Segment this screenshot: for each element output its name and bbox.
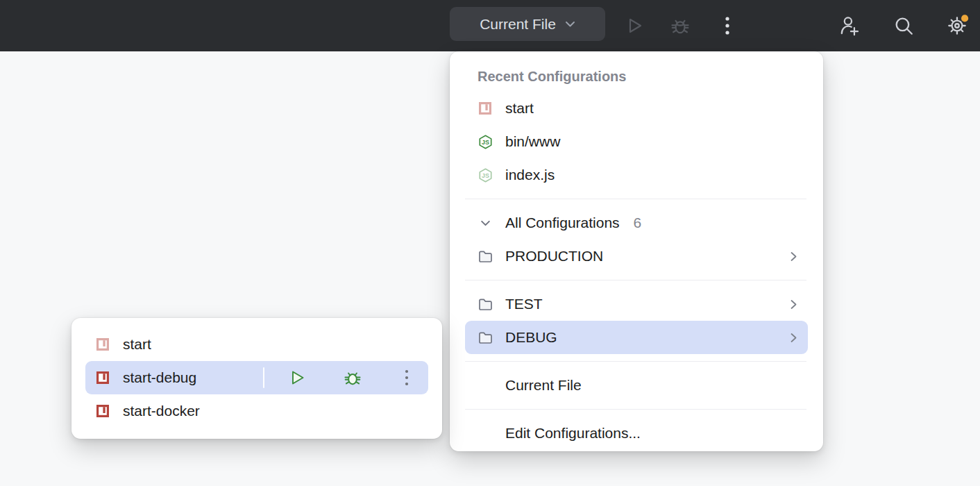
submenu-item-start-docker[interactable]: start-docker bbox=[85, 394, 428, 428]
npm-icon bbox=[95, 337, 110, 352]
menu-item-bin-www[interactable]: JS bin/www bbox=[465, 125, 808, 158]
folder-label: DEBUG bbox=[505, 329, 557, 346]
notification-dot bbox=[961, 15, 968, 22]
submenu-item-start[interactable]: start bbox=[85, 328, 428, 361]
folder-icon bbox=[478, 330, 493, 345]
settings-gear-icon[interactable] bbox=[945, 13, 970, 38]
debug-folder-submenu: start start-debug start-docker bbox=[71, 318, 442, 439]
menu-divider bbox=[465, 199, 806, 199]
folder-item-test[interactable]: TEST bbox=[465, 287, 808, 321]
debug-icon[interactable] bbox=[668, 13, 693, 38]
svg-text:JS: JS bbox=[482, 171, 489, 178]
menu-item-label: bin/www bbox=[505, 133, 560, 150]
menu-divider bbox=[465, 280, 806, 280]
run-icon[interactable] bbox=[622, 13, 647, 38]
npm-icon bbox=[95, 370, 110, 385]
submenu-item-label: start bbox=[123, 336, 151, 353]
more-options-kebab-icon[interactable] bbox=[396, 367, 417, 388]
svg-text:JS: JS bbox=[482, 138, 489, 145]
nodejs-icon: JS bbox=[478, 134, 493, 149]
main-toolbar: Current File bbox=[0, 0, 980, 51]
chevron-down-icon bbox=[565, 21, 575, 28]
submenu-item-start-debug[interactable]: start-debug bbox=[85, 361, 428, 394]
menu-item-index-js[interactable]: JS index.js bbox=[465, 158, 808, 192]
debug-icon[interactable] bbox=[342, 367, 363, 388]
folder-icon bbox=[478, 296, 493, 312]
chevron-right-icon bbox=[788, 251, 798, 262]
menu-item-current-file[interactable]: Current File bbox=[465, 369, 808, 402]
all-configurations-label: All Configurations bbox=[505, 215, 620, 231]
menu-divider bbox=[465, 361, 806, 362]
run-configurations-menu: Recent Configurations start JS bin/www J… bbox=[450, 51, 823, 451]
submenu-item-label: start-docker bbox=[123, 403, 200, 419]
configurations-count: 6 bbox=[634, 215, 642, 231]
submenu-item-label: start-debug bbox=[123, 369, 196, 386]
chevron-right-icon bbox=[788, 333, 798, 343]
folder-icon bbox=[478, 249, 493, 264]
run-icon[interactable] bbox=[287, 367, 307, 388]
all-configurations-toggle[interactable]: All Configurations 6 bbox=[465, 206, 808, 240]
chevron-right-icon bbox=[788, 299, 798, 310]
search-icon[interactable] bbox=[891, 13, 916, 38]
folder-item-debug[interactable]: DEBUG bbox=[465, 321, 808, 354]
folder-label: TEST bbox=[505, 296, 543, 312]
menu-item-edit-configurations[interactable]: Edit Configurations... bbox=[465, 417, 808, 450]
chevron-down-icon bbox=[478, 215, 493, 231]
folder-label: PRODUCTION bbox=[505, 248, 603, 265]
actions-separator bbox=[263, 367, 264, 388]
add-user-icon[interactable] bbox=[837, 13, 862, 38]
folder-item-production[interactable]: PRODUCTION bbox=[465, 240, 808, 273]
npm-icon bbox=[478, 101, 493, 116]
run-configuration-selector[interactable]: Current File bbox=[450, 7, 605, 41]
npm-icon bbox=[95, 403, 110, 419]
menu-item-label: index.js bbox=[505, 167, 555, 183]
menu-divider bbox=[465, 409, 806, 410]
nodejs-icon: JS bbox=[478, 167, 493, 183]
run-configuration-label: Current File bbox=[480, 16, 556, 33]
recent-configurations-header: Recent Configurations bbox=[465, 61, 808, 92]
menu-item-start[interactable]: start bbox=[465, 92, 808, 125]
more-options-kebab-icon[interactable] bbox=[715, 13, 740, 38]
menu-item-label: start bbox=[505, 100, 534, 117]
